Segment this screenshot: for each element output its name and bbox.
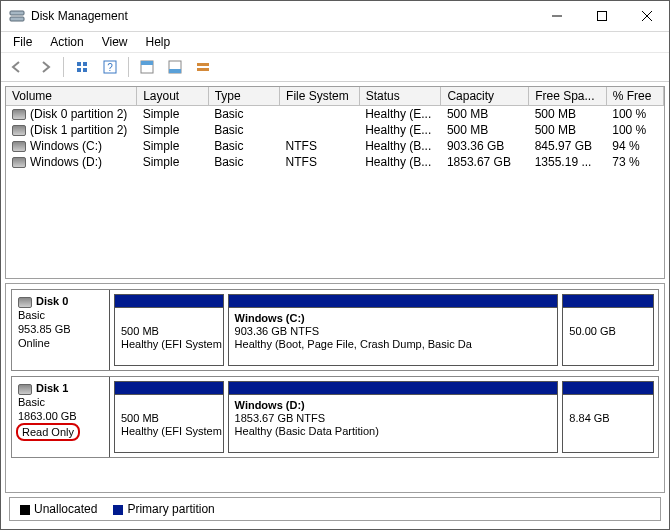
partition[interactable]: Windows (D:)1853.67 GB NTFSHealthy (Basi… <box>228 381 559 453</box>
menu-file[interactable]: File <box>5 32 40 52</box>
volume-list-pane: Volume Layout Type File System Status Ca… <box>5 86 665 279</box>
col-layout[interactable]: Layout <box>137 87 208 106</box>
layout-top-icon <box>140 60 154 74</box>
partition[interactable]: Windows (C:)903.36 GB NTFSHealthy (Boot,… <box>228 294 559 366</box>
table-row[interactable]: Windows (D:)SimpleBasicNTFSHealthy (B...… <box>6 154 664 170</box>
table-row[interactable]: Windows (C:)SimpleBasicNTFSHealthy (B...… <box>6 138 664 154</box>
app-icon <box>9 8 25 24</box>
grid-icon <box>75 60 89 74</box>
svg-rect-3 <box>597 12 606 21</box>
svg-rect-6 <box>77 62 81 66</box>
disk-info[interactable]: Disk 1Basic1863.00 GBRead Only <box>12 377 110 457</box>
col-capacity[interactable]: Capacity <box>441 87 529 106</box>
disk-graphic-pane: Disk 0Basic953.85 GBOnline500 MBHealthy … <box>5 283 665 493</box>
legend-unallocated: Unallocated <box>34 502 97 516</box>
col-filesystem[interactable]: File System <box>280 87 360 106</box>
swatch-unallocated <box>20 505 30 515</box>
volume-icon <box>12 125 26 136</box>
minimize-button[interactable] <box>534 1 579 31</box>
col-type[interactable]: Type <box>208 87 279 106</box>
volume-icon <box>12 109 26 120</box>
svg-rect-1 <box>10 17 24 21</box>
menu-help[interactable]: Help <box>138 32 179 52</box>
window-title: Disk Management <box>31 9 534 23</box>
forward-button[interactable] <box>33 55 57 79</box>
table-row[interactable]: (Disk 1 partition 2)SimpleBasicHealthy (… <box>6 122 664 138</box>
legend: Unallocated Primary partition <box>9 497 661 521</box>
svg-rect-17 <box>197 68 209 71</box>
refresh-button[interactable] <box>70 55 94 79</box>
help-button[interactable]: ? <box>98 55 122 79</box>
col-status[interactable]: Status <box>359 87 441 106</box>
settings-button[interactable] <box>191 55 215 79</box>
svg-rect-8 <box>77 68 81 72</box>
col-freespace[interactable]: Free Spa... <box>529 87 607 106</box>
partition[interactable]: 50.00 GB <box>562 294 654 366</box>
svg-rect-15 <box>169 69 181 73</box>
partition[interactable]: 8.84 GB <box>562 381 654 453</box>
svg-text:?: ? <box>107 62 113 73</box>
close-button[interactable] <box>624 1 669 31</box>
arrow-left-icon <box>10 60 24 74</box>
svg-rect-7 <box>83 62 87 66</box>
view2-button[interactable] <box>163 55 187 79</box>
volume-icon <box>12 141 26 152</box>
partition[interactable]: 500 MBHealthy (EFI System P <box>114 381 224 453</box>
view1-button[interactable] <box>135 55 159 79</box>
settings-icon <box>196 60 210 74</box>
help-icon: ? <box>103 60 117 74</box>
col-volume[interactable]: Volume <box>6 87 137 106</box>
volume-icon <box>12 157 26 168</box>
menu-view[interactable]: View <box>94 32 136 52</box>
svg-rect-16 <box>197 63 209 66</box>
disk-icon <box>18 384 32 395</box>
menu-action[interactable]: Action <box>42 32 91 52</box>
maximize-button[interactable] <box>579 1 624 31</box>
svg-rect-13 <box>141 61 153 65</box>
arrow-right-icon <box>38 60 52 74</box>
table-row[interactable]: (Disk 0 partition 2)SimpleBasicHealthy (… <box>6 106 664 123</box>
legend-primary: Primary partition <box>127 502 214 516</box>
svg-rect-9 <box>83 68 87 72</box>
disk-icon <box>18 297 32 308</box>
col-pctfree[interactable]: % Free <box>606 87 663 106</box>
swatch-primary <box>113 505 123 515</box>
disk-info[interactable]: Disk 0Basic953.85 GBOnline <box>12 290 110 370</box>
layout-bottom-icon <box>168 60 182 74</box>
partition[interactable]: 500 MBHealthy (EFI System <box>114 294 224 366</box>
readonly-badge: Read Only <box>16 423 80 441</box>
svg-rect-0 <box>10 11 24 15</box>
back-button[interactable] <box>5 55 29 79</box>
